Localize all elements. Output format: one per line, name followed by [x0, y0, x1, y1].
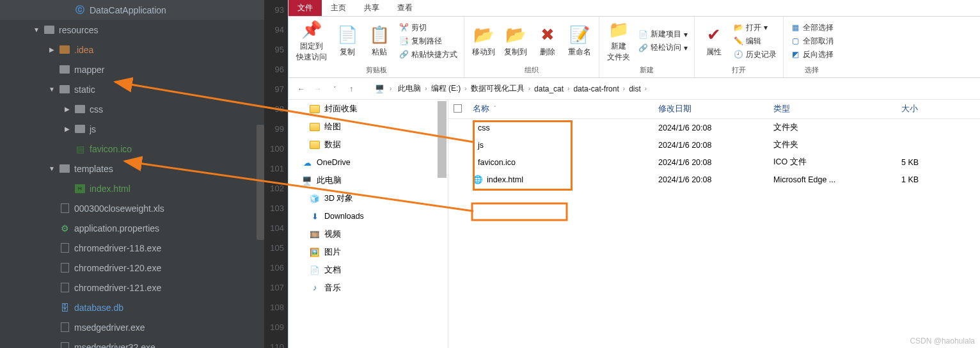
- selectnone-icon: ▢: [790, 36, 800, 46]
- file-row[interactable]: js2024/1/6 20:08文件夹: [448, 136, 980, 154]
- navpane-item[interactable]: ☁OneDrive: [288, 154, 448, 171]
- navpane-label: Downloads: [324, 212, 364, 221]
- col-size[interactable]: 大小: [896, 104, 973, 115]
- up-button[interactable]: ↑: [345, 83, 358, 95]
- edit-button[interactable]: ✏️编辑: [732, 35, 763, 47]
- selectall-button[interactable]: ▦全部选择: [789, 22, 835, 34]
- breadcrumb-item[interactable]: 编程 (E:): [429, 82, 464, 95]
- rename-button[interactable]: 📝重命名: [565, 24, 594, 59]
- ide-tree-item[interactable]: ▶000300closeweight.xls: [0, 198, 264, 218]
- navpane-item[interactable]: 🧊3D 对象: [288, 189, 448, 207]
- ide-tree-item[interactable]: ▶mapper: [0, 59, 264, 79]
- moveto-button[interactable]: 📂移动到: [470, 24, 498, 59]
- ide-tree-label: templates: [74, 164, 113, 174]
- ide-tree-item[interactable]: ▼templates: [0, 159, 264, 178]
- navpane-item[interactable]: 🎞️视频: [288, 225, 448, 243]
- breadcrumb-item[interactable]: 数据可视化工具: [468, 82, 527, 95]
- ide-tree-item[interactable]: ▶.idea: [0, 40, 264, 59]
- ide-tree-item[interactable]: ▶chromedriver-121.exe: [0, 278, 264, 297]
- pc-icon: 🖥️: [373, 83, 386, 95]
- cut-button[interactable]: ✂️剪切: [397, 22, 428, 34]
- breadcrumb-item[interactable]: dist: [626, 83, 644, 95]
- video-icon: 🎞️: [309, 228, 320, 240]
- copypath-icon: 📑: [399, 36, 409, 46]
- ide-tree-item[interactable]: ▶css: [0, 99, 264, 119]
- ide-tree-item[interactable]: ▶msedgedriver.exe: [0, 317, 264, 337]
- open-button[interactable]: 📂打开 ▾: [732, 22, 769, 34]
- navpane-item[interactable]: 绘图: [288, 118, 448, 136]
- file-row[interactable]: 🌐index.html2024/1/6 20:08Microsoft Edge …: [448, 171, 980, 188]
- file-type: ICO 文件: [768, 157, 896, 168]
- copy-button[interactable]: 📄 复制: [333, 24, 361, 59]
- history-button[interactable]: 🕘历史记录: [732, 49, 778, 61]
- folder-icon: [473, 123, 474, 132]
- ribbon: 📌 固定到 快速访问 📄 复制 📋 粘贴 ✂️剪切 📑复制路径 🔗粘贴快捷方式: [288, 17, 980, 78]
- ide-tree-item[interactable]: ▼resources: [0, 20, 264, 40]
- file-icon: [59, 242, 70, 254]
- file-date: 2024/1/6 20:08: [653, 123, 768, 132]
- line-number: 100: [264, 139, 284, 159]
- navpane-item[interactable]: ⬇Downloads: [288, 207, 448, 225]
- folder-icon: [59, 84, 70, 95]
- newfolder-button[interactable]: 📁新建 文件夹: [605, 18, 633, 64]
- navpane-item[interactable]: 🖥️此电脑: [288, 171, 448, 189]
- ide-tree-item[interactable]: ▶js: [0, 119, 264, 139]
- breadcrumb-item[interactable]: data-cat-front: [571, 83, 621, 95]
- ide-tree-item[interactable]: ▼static: [0, 79, 264, 99]
- line-number: 102: [264, 178, 284, 198]
- select-all-checkbox[interactable]: [454, 104, 462, 113]
- ide-tree-item[interactable]: ▶chromedriver-118.exe: [0, 238, 264, 258]
- delete-icon: ✖: [537, 25, 558, 45]
- newitem-button[interactable]: 📄新建项目 ▾: [636, 28, 689, 40]
- navpane-label: 图片: [324, 247, 341, 258]
- file-icon: [59, 262, 70, 274]
- paste-shortcut-button[interactable]: 🔗粘贴快捷方式: [397, 49, 459, 61]
- ide-tree-label: application.properties: [74, 223, 159, 233]
- ribbon-tab[interactable]: 文件: [288, 0, 322, 16]
- ide-tree-label: msedgedriver32.exe: [74, 342, 155, 349]
- pin-quickaccess-button[interactable]: 📌 固定到 快速访问: [294, 18, 329, 64]
- navpane-item[interactable]: 🖼️图片: [288, 243, 448, 261]
- ide-tree-item[interactable]: ▶▤favicon.ico: [0, 139, 264, 159]
- navpane-item[interactable]: 数据: [288, 136, 448, 154]
- navpane-item[interactable]: ♪音乐: [288, 279, 448, 297]
- file-type: Microsoft Edge ...: [768, 175, 896, 184]
- delete-button[interactable]: ✖删除: [533, 24, 562, 59]
- col-name[interactable]: 名称 ˆ: [468, 104, 653, 115]
- forward-button[interactable]: →: [312, 83, 324, 95]
- col-date[interactable]: 修改日期: [653, 104, 768, 115]
- ide-scrollbar-thumb[interactable]: [257, 125, 264, 240]
- navpane-scrollbar[interactable]: [438, 100, 447, 348]
- ide-tree-item[interactable]: ▶⚙application.properties: [0, 218, 264, 238]
- recent-button[interactable]: ˅: [328, 83, 341, 95]
- navpane-item[interactable]: 📄文档: [288, 261, 448, 279]
- invert-button[interactable]: ◩反向选择: [789, 49, 835, 61]
- ide-tree-item[interactable]: ▶Hindex.html: [0, 178, 264, 198]
- chevron-icon: ▼: [32, 26, 41, 35]
- easyaccess-button[interactable]: 🔗轻松访问 ▾: [636, 42, 689, 54]
- ide-tree-item[interactable]: ▶msedgedriver32.exe: [0, 337, 264, 348]
- ico-icon: [473, 158, 474, 167]
- back-button[interactable]: ←: [295, 83, 308, 95]
- file-row[interactable]: favicon.ico2024/1/6 20:08ICO 文件5 KB: [448, 154, 980, 171]
- line-number: 98: [264, 99, 284, 119]
- ribbon-tab[interactable]: 主页: [322, 0, 355, 16]
- breadcrumb-item[interactable]: data_cat: [532, 83, 566, 95]
- ribbon-group-clipboard: 📌 固定到 快速访问 📄 复制 📋 粘贴 ✂️剪切 📑复制路径 🔗粘贴快捷方式: [288, 17, 464, 77]
- copyto-button[interactable]: 📂复制到: [502, 24, 530, 59]
- paste-button[interactable]: 📋 粘贴: [365, 24, 393, 59]
- properties-button[interactable]: ✔属性: [700, 24, 728, 59]
- copypath-button[interactable]: 📑复制路径: [397, 35, 443, 47]
- navpane-item[interactable]: 封面收集: [288, 100, 448, 118]
- ide-tree-item[interactable]: ▶ⓒDataCatApplication: [0, 0, 264, 20]
- breadcrumb-item[interactable]: 此电脑: [395, 82, 423, 95]
- ribbon-group-label: 组织: [525, 64, 539, 76]
- col-type[interactable]: 类型: [768, 104, 896, 115]
- file-icon: [59, 342, 70, 349]
- file-row[interactable]: css2024/1/6 20:08文件夹: [448, 119, 980, 136]
- ribbon-tab[interactable]: 查看: [388, 0, 422, 16]
- ribbon-tab[interactable]: 共享: [355, 0, 388, 16]
- ide-tree-item[interactable]: ▶chromedriver-120.exe: [0, 258, 264, 278]
- ide-tree-item[interactable]: ▶🗄database.db: [0, 297, 264, 317]
- selectnone-button[interactable]: ▢全部取消: [789, 35, 835, 47]
